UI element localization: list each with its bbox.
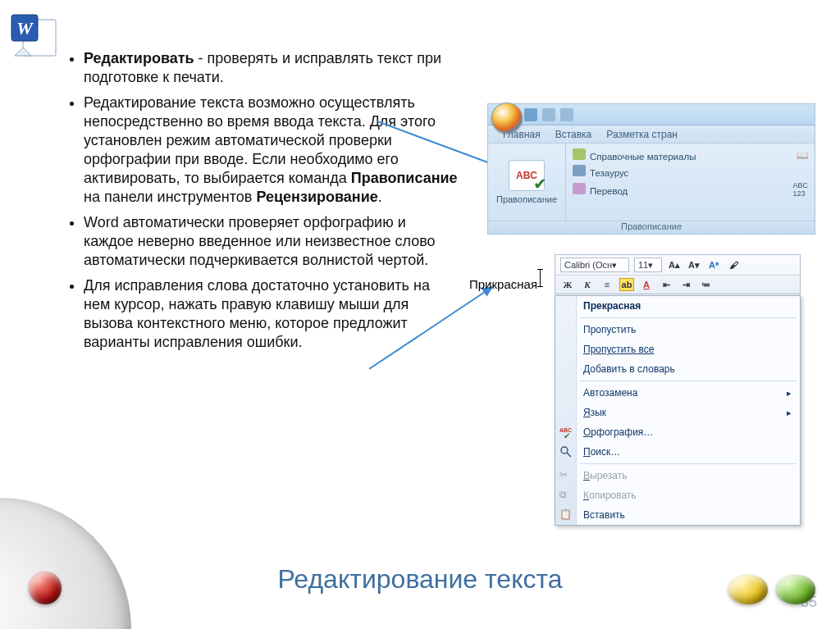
text-cursor-icon — [540, 269, 541, 287]
menu-suggestion[interactable]: Прекрасная — [555, 296, 800, 316]
misspelled-word[interactable]: Прикрасная — [469, 277, 537, 291]
menu-skip-all[interactable]: Пропустить все — [555, 340, 800, 359]
book-open-icon: 📖 — [797, 149, 808, 161]
word-ribbon: Главная Вставка Разметка стран ABC ✔ Пра… — [487, 103, 815, 235]
research-button[interactable]: Справочные материалы📖 — [573, 148, 808, 162]
spellcheck-button[interactable]: ABC ✔ Правописание — [488, 144, 566, 221]
slide-title: Редактирование текста — [0, 564, 840, 595]
menu-autocorrect[interactable]: Автозамена — [555, 383, 800, 403]
format-painter-icon[interactable]: 🖌 — [726, 258, 741, 271]
qat-save-icon[interactable] — [524, 108, 537, 121]
tab-insert[interactable]: Вставка — [555, 129, 592, 140]
menu-spelling[interactable]: ABC✔ Орфография… — [555, 422, 800, 442]
qat-redo-icon[interactable] — [560, 108, 573, 121]
decorative-corner — [0, 498, 131, 629]
copy-icon: ⧉ — [559, 489, 573, 502]
menu-add-to-dict[interactable]: Добавить в словарь — [555, 359, 800, 379]
ribbon-group-label: Правописание — [488, 221, 815, 234]
wordcount-icon: ABC123 — [792, 181, 808, 198]
menu-separator — [580, 463, 797, 464]
font-color-icon[interactable]: A — [639, 278, 654, 291]
quick-access-toolbar — [488, 104, 815, 125]
nav-prev-button[interactable] — [728, 575, 768, 604]
menu-separator — [580, 381, 797, 381]
thesaurus-button[interactable]: Тезаурус — [573, 165, 808, 178]
spellcheck-context-menu: Прекрасная Пропустить Пропустить все Доб… — [555, 295, 801, 526]
list-item: Word автоматически проверяет орфографию … — [84, 213, 459, 270]
list-item: Для исправления слова достаточно установ… — [84, 276, 459, 352]
paste-icon: 📋 — [559, 508, 573, 522]
svg-text:✔: ✔ — [564, 431, 570, 439]
menu-language[interactable]: Язык — [555, 403, 800, 422]
menu-cut: ✂ Вырезать — [555, 466, 800, 485]
abc-check-icon: ABC ✔ — [509, 160, 545, 191]
menu-separator — [580, 317, 797, 318]
align-center-icon[interactable]: ≡ — [600, 278, 614, 291]
change-case-icon[interactable]: Aᵃ — [706, 258, 721, 271]
bullet-list: Редактировать - проверять и исправлять т… — [66, 49, 459, 358]
decrease-indent-icon[interactable]: ⇤ — [659, 278, 673, 291]
qat-undo-icon[interactable] — [542, 108, 555, 121]
ribbon-tabs: Главная Вставка Разметка стран — [488, 125, 815, 144]
tab-layout[interactable]: Разметка стран — [606, 129, 678, 140]
list-item: Редактирование текста возможно осуществл… — [84, 93, 459, 207]
menu-paste[interactable]: 📋 Вставить — [555, 505, 800, 525]
office-button[interactable] — [491, 103, 523, 134]
shrink-font-icon[interactable]: A▾ — [687, 258, 701, 271]
svg-point-7 — [561, 447, 568, 454]
nav-next-button[interactable] — [776, 575, 815, 604]
grow-font-icon[interactable]: A▴ — [667, 258, 682, 271]
mini-toolbar: Calibri (Осн ▾ 11 ▾ A▴ A▾ Aᵃ 🖌 Ж К ≡ ab … — [555, 254, 801, 294]
highlight-icon[interactable]: ab — [619, 278, 634, 291]
font-size-select[interactable]: 11 ▾ — [634, 258, 662, 272]
menu-skip[interactable]: Пропустить — [555, 320, 800, 340]
scissors-icon: ✂ — [559, 469, 573, 482]
menu-copy: ⧉ Копировать — [555, 485, 800, 505]
increase-indent-icon[interactable]: ⇥ — [678, 278, 693, 291]
word-logo-icon: W — [8, 11, 62, 61]
italic-icon[interactable]: К — [580, 278, 595, 291]
menu-find[interactable]: Поиск… — [555, 442, 800, 462]
svg-line-8 — [567, 453, 571, 457]
font-name-select[interactable]: Calibri (Осн ▾ — [560, 258, 629, 272]
term: Редактировать — [84, 50, 194, 66]
bold-icon[interactable]: Ж — [560, 278, 575, 291]
abc-check-icon: ABC✔ — [559, 426, 573, 439]
bullets-icon[interactable]: ≔ — [698, 278, 713, 291]
translate-button[interactable]: ПереводABC123 — [573, 181, 808, 198]
search-icon — [559, 445, 573, 458]
list-item: Редактировать - проверять и исправлять т… — [84, 49, 459, 87]
nav-home-button[interactable] — [29, 572, 62, 604]
svg-text:W: W — [16, 18, 34, 39]
